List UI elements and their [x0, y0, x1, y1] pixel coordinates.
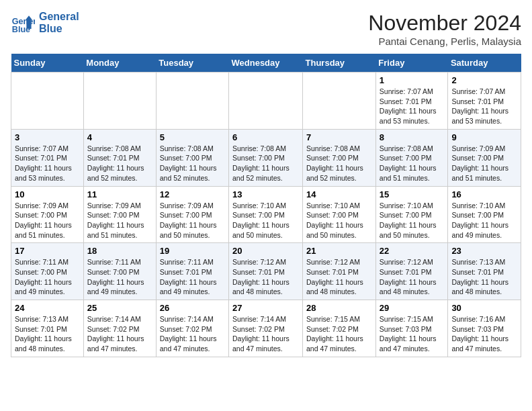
day-info: Sunrise: 7:11 AM Sunset: 7:00 PM Dayligh… — [87, 257, 152, 297]
calendar-day-cell: 26Sunrise: 7:14 AM Sunset: 7:02 PM Dayli… — [156, 300, 228, 357]
day-number: 2 — [451, 75, 517, 85]
calendar-header-row: SundayMondayTuesdayWednesdayThursdayFrid… — [11, 54, 521, 73]
day-info: Sunrise: 7:11 AM Sunset: 7:00 PM Dayligh… — [15, 257, 80, 297]
day-number: 7 — [306, 132, 372, 142]
day-info: Sunrise: 7:08 AM Sunset: 7:00 PM Dayligh… — [232, 144, 299, 183]
day-info: Sunrise: 7:10 AM Sunset: 7:00 PM Dayligh… — [451, 201, 517, 240]
day-info: Sunrise: 7:09 AM Sunset: 7:00 PM Dayligh… — [87, 201, 152, 240]
day-info: Sunrise: 7:12 AM Sunset: 7:01 PM Dayligh… — [232, 257, 299, 297]
day-info: Sunrise: 7:09 AM Sunset: 7:00 PM Dayligh… — [160, 201, 225, 240]
day-number: 13 — [232, 189, 299, 199]
calendar-day-cell: 10Sunrise: 7:09 AM Sunset: 7:00 PM Dayli… — [11, 186, 84, 243]
day-info: Sunrise: 7:08 AM Sunset: 7:00 PM Dayligh… — [306, 144, 372, 183]
day-info: Sunrise: 7:09 AM Sunset: 7:00 PM Dayligh… — [451, 144, 517, 183]
calendar-day-cell: 1Sunrise: 7:07 AM Sunset: 7:01 PM Daylig… — [375, 73, 448, 130]
logo: General Blue GeneralBlue — [11, 11, 79, 35]
month-title: November 2024 — [368, 11, 521, 36]
calendar-day-cell: 16Sunrise: 7:10 AM Sunset: 7:00 PM Dayli… — [448, 186, 521, 243]
calendar-body: 1Sunrise: 7:07 AM Sunset: 7:01 PM Daylig… — [11, 73, 521, 357]
calendar-day-cell — [83, 73, 156, 130]
day-number: 23 — [451, 246, 517, 256]
day-info: Sunrise: 7:07 AM Sunset: 7:01 PM Dayligh… — [451, 87, 517, 126]
day-number: 4 — [87, 132, 152, 142]
calendar-day-cell: 23Sunrise: 7:13 AM Sunset: 7:01 PM Dayli… — [448, 243, 521, 300]
calendar-week-row: 17Sunrise: 7:11 AM Sunset: 7:00 PM Dayli… — [11, 243, 521, 300]
calendar-day-cell: 22Sunrise: 7:12 AM Sunset: 7:01 PM Dayli… — [375, 243, 448, 300]
calendar-day-cell — [11, 73, 84, 130]
calendar-day-cell: 9Sunrise: 7:09 AM Sunset: 7:00 PM Daylig… — [448, 129, 521, 186]
calendar-day-cell: 25Sunrise: 7:14 AM Sunset: 7:02 PM Dayli… — [83, 300, 156, 357]
day-info: Sunrise: 7:08 AM Sunset: 7:00 PM Dayligh… — [160, 144, 225, 183]
day-number: 25 — [87, 303, 152, 313]
day-number: 12 — [160, 189, 225, 199]
day-number: 18 — [87, 246, 152, 256]
calendar-day-cell: 17Sunrise: 7:11 AM Sunset: 7:00 PM Dayli… — [11, 243, 84, 300]
day-info: Sunrise: 7:08 AM Sunset: 7:01 PM Dayligh… — [87, 144, 152, 183]
day-number: 30 — [451, 303, 517, 313]
calendar-header-cell: Thursday — [303, 54, 376, 73]
day-info: Sunrise: 7:07 AM Sunset: 7:01 PM Dayligh… — [380, 87, 445, 126]
calendar-day-cell — [156, 73, 228, 130]
calendar-day-cell: 18Sunrise: 7:11 AM Sunset: 7:00 PM Dayli… — [83, 243, 156, 300]
day-number: 9 — [451, 132, 517, 142]
calendar-day-cell: 8Sunrise: 7:08 AM Sunset: 7:00 PM Daylig… — [375, 129, 448, 186]
day-number: 14 — [306, 189, 372, 199]
calendar-day-cell: 15Sunrise: 7:10 AM Sunset: 7:00 PM Dayli… — [375, 186, 448, 243]
day-number: 5 — [160, 132, 225, 142]
day-number: 3 — [15, 132, 80, 142]
calendar-day-cell — [303, 73, 376, 130]
day-number: 1 — [380, 75, 445, 85]
day-info: Sunrise: 7:10 AM Sunset: 7:00 PM Dayligh… — [380, 201, 445, 240]
day-info: Sunrise: 7:10 AM Sunset: 7:00 PM Dayligh… — [306, 201, 372, 240]
day-info: Sunrise: 7:11 AM Sunset: 7:01 PM Dayligh… — [160, 257, 225, 297]
calendar-week-row: 10Sunrise: 7:09 AM Sunset: 7:00 PM Dayli… — [11, 186, 521, 243]
logo-icon: General Blue — [11, 11, 35, 35]
calendar-day-cell: 29Sunrise: 7:15 AM Sunset: 7:03 PM Dayli… — [375, 300, 448, 357]
calendar-day-cell: 27Sunrise: 7:14 AM Sunset: 7:02 PM Dayli… — [229, 300, 303, 357]
calendar-day-cell: 21Sunrise: 7:12 AM Sunset: 7:01 PM Dayli… — [303, 243, 376, 300]
day-number: 8 — [380, 132, 445, 142]
page-header: General Blue GeneralBlue November 2024 P… — [11, 11, 521, 47]
day-info: Sunrise: 7:13 AM Sunset: 7:01 PM Dayligh… — [15, 314, 80, 354]
calendar-table: SundayMondayTuesdayWednesdayThursdayFrid… — [11, 54, 521, 357]
calendar-header-cell: Monday — [83, 54, 156, 73]
day-number: 22 — [380, 246, 445, 256]
calendar-day-cell: 5Sunrise: 7:08 AM Sunset: 7:00 PM Daylig… — [156, 129, 228, 186]
day-number: 15 — [380, 189, 445, 199]
day-number: 16 — [451, 189, 517, 199]
day-number: 6 — [232, 132, 299, 142]
logo-text: GeneralBlue — [39, 11, 79, 34]
calendar-day-cell: 13Sunrise: 7:10 AM Sunset: 7:00 PM Dayli… — [229, 186, 303, 243]
day-info: Sunrise: 7:09 AM Sunset: 7:00 PM Dayligh… — [15, 201, 80, 240]
day-number: 28 — [306, 303, 372, 313]
calendar-day-cell: 20Sunrise: 7:12 AM Sunset: 7:01 PM Dayli… — [229, 243, 303, 300]
day-info: Sunrise: 7:13 AM Sunset: 7:01 PM Dayligh… — [451, 257, 517, 297]
calendar-day-cell: 2Sunrise: 7:07 AM Sunset: 7:01 PM Daylig… — [448, 73, 521, 130]
calendar-day-cell: 30Sunrise: 7:16 AM Sunset: 7:03 PM Dayli… — [448, 300, 521, 357]
day-number: 29 — [380, 303, 445, 313]
calendar-day-cell: 14Sunrise: 7:10 AM Sunset: 7:00 PM Dayli… — [303, 186, 376, 243]
day-number: 21 — [306, 246, 372, 256]
calendar-day-cell — [229, 73, 303, 130]
calendar-header-cell: Wednesday — [229, 54, 303, 73]
calendar-day-cell: 4Sunrise: 7:08 AM Sunset: 7:01 PM Daylig… — [83, 129, 156, 186]
day-info: Sunrise: 7:12 AM Sunset: 7:01 PM Dayligh… — [380, 257, 445, 297]
day-number: 10 — [15, 189, 80, 199]
location-title: Pantai Cenang, Perlis, Malaysia — [368, 36, 521, 47]
calendar-day-cell: 11Sunrise: 7:09 AM Sunset: 7:00 PM Dayli… — [83, 186, 156, 243]
calendar-header-cell: Tuesday — [156, 54, 228, 73]
day-info: Sunrise: 7:08 AM Sunset: 7:00 PM Dayligh… — [380, 144, 445, 183]
calendar-day-cell: 19Sunrise: 7:11 AM Sunset: 7:01 PM Dayli… — [156, 243, 228, 300]
day-number: 19 — [160, 246, 225, 256]
calendar-header-cell: Sunday — [11, 54, 84, 73]
day-info: Sunrise: 7:07 AM Sunset: 7:01 PM Dayligh… — [15, 144, 80, 183]
day-number: 20 — [232, 246, 299, 256]
day-info: Sunrise: 7:14 AM Sunset: 7:02 PM Dayligh… — [160, 314, 225, 354]
calendar-day-cell: 7Sunrise: 7:08 AM Sunset: 7:00 PM Daylig… — [303, 129, 376, 186]
calendar-day-cell: 24Sunrise: 7:13 AM Sunset: 7:01 PM Dayli… — [11, 300, 84, 357]
day-info: Sunrise: 7:12 AM Sunset: 7:01 PM Dayligh… — [306, 257, 372, 297]
day-number: 26 — [160, 303, 225, 313]
day-info: Sunrise: 7:15 AM Sunset: 7:03 PM Dayligh… — [380, 314, 445, 354]
day-number: 24 — [15, 303, 80, 313]
calendar-day-cell: 28Sunrise: 7:15 AM Sunset: 7:02 PM Dayli… — [303, 300, 376, 357]
